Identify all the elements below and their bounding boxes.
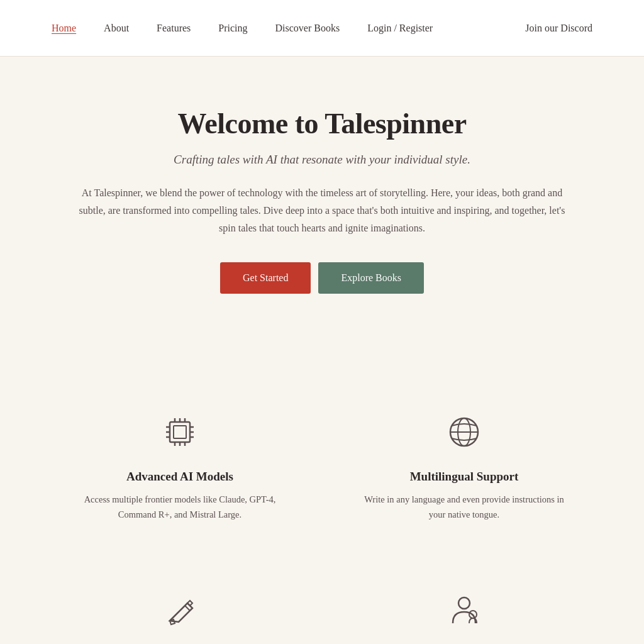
person-icon (439, 586, 489, 636)
nav-discover-books[interactable]: Discover Books (262, 16, 354, 40)
hero-description: At Talespinner, we blend the power of te… (77, 184, 567, 237)
svg-rect-0 (170, 422, 190, 442)
feature-multilingual-desc: Write in any language and even provide i… (360, 492, 569, 523)
navbar: Home About Features Pricing Discover Boo… (0, 0, 644, 57)
nav-login-register[interactable]: Login / Register (353, 16, 447, 40)
hero-subtitle: Crafting tales with AI that resonate wit… (75, 153, 569, 167)
hero-section: Welcome to Talespinner Crafting tales wi… (0, 57, 644, 369)
features-section: Advanced AI Models Access multiple front… (0, 369, 644, 644)
explore-books-button[interactable]: Explore Books (318, 262, 424, 294)
nav-features[interactable]: Features (143, 16, 204, 40)
feature-advanced-ai-desc: Access multiple frontier models like Cla… (75, 492, 284, 523)
hero-buttons: Get Started Explore Books (75, 262, 569, 294)
nav-about[interactable]: About (90, 16, 143, 40)
nav-home[interactable]: Home (38, 16, 90, 40)
globe-icon (439, 407, 489, 457)
nav-discord[interactable]: Join our Discord (511, 16, 606, 40)
svg-rect-1 (174, 426, 186, 438)
feature-character: Character Development Create deep, evolv… (322, 573, 606, 644)
feature-multilingual: Multilingual Support Write in any langua… (322, 394, 606, 535)
svg-point-18 (458, 597, 470, 609)
feature-multilingual-title: Multilingual Support (360, 470, 569, 484)
features-row-2: Customizable Writing Define your unique … (38, 573, 606, 644)
pencil-icon (155, 586, 205, 636)
feature-customizable: Customizable Writing Define your unique … (38, 573, 322, 644)
hero-title: Welcome to Talespinner (75, 107, 569, 140)
cpu-icon (155, 407, 205, 457)
svg-line-17 (185, 606, 190, 611)
nav-pricing[interactable]: Pricing (204, 16, 261, 40)
feature-advanced-ai: Advanced AI Models Access multiple front… (38, 394, 322, 535)
get-started-button[interactable]: Get Started (220, 262, 311, 294)
feature-advanced-ai-title: Advanced AI Models (75, 470, 284, 484)
features-row-1: Advanced AI Models Access multiple front… (38, 394, 606, 535)
